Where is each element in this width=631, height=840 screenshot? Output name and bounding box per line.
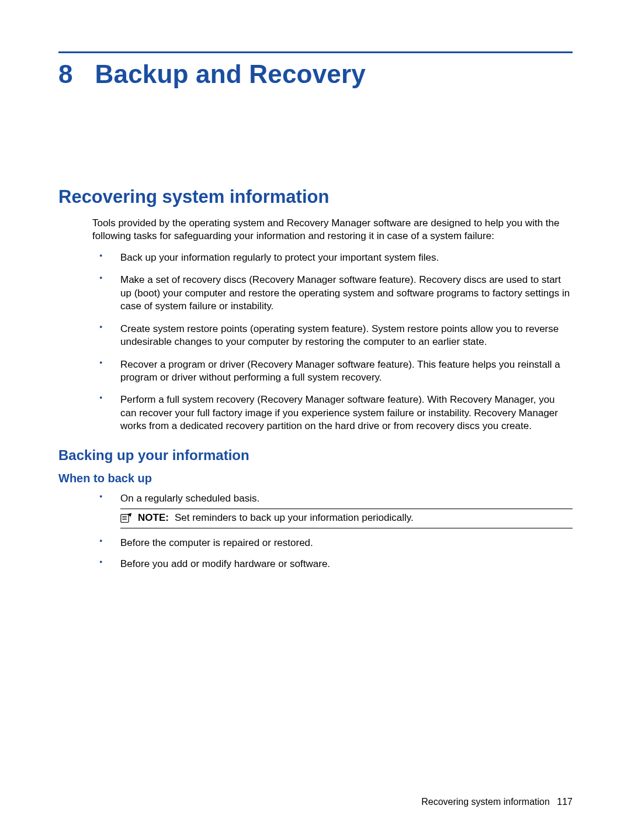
list-item: Before the computer is repaired or resto… bbox=[92, 537, 573, 549]
list-item-text: On a regularly scheduled basis. bbox=[120, 493, 259, 504]
note-box: NOTE: Set reminders to back up your info… bbox=[120, 509, 573, 528]
footer-section-title: Recovering system information bbox=[421, 797, 550, 807]
document-page: 8 Backup and Recovery Recovering system … bbox=[0, 0, 631, 571]
section-heading-recovering: Recovering system information bbox=[58, 186, 573, 208]
list-item: Recover a program or driver (Recovery Ma… bbox=[92, 358, 573, 385]
top-rule bbox=[58, 51, 573, 53]
task-list: Back up your information regularly to pr… bbox=[92, 251, 573, 433]
page-number: 117 bbox=[557, 797, 573, 807]
list-item: Create system restore points (operating … bbox=[92, 323, 573, 349]
when-list: On a regularly scheduled basis. NOTE: Se… bbox=[92, 492, 573, 571]
chapter-number: 8 bbox=[58, 61, 72, 87]
note-text: Set reminders to back up your informatio… bbox=[175, 511, 414, 524]
list-item: On a regularly scheduled basis. NOTE: Se… bbox=[92, 492, 573, 528]
section-heading-backing-up: Backing up your information bbox=[58, 447, 573, 464]
chapter-header: 8 Backup and Recovery bbox=[58, 61, 573, 87]
chapter-title: Backup and Recovery bbox=[95, 61, 366, 87]
note-label: NOTE: bbox=[138, 511, 169, 524]
subsection-heading-when: When to back up bbox=[58, 472, 573, 485]
page-footer: Recovering system information 117 bbox=[421, 797, 573, 807]
list-item: Back up your information regularly to pr… bbox=[92, 251, 573, 264]
list-item: Make a set of recovery discs (Recovery M… bbox=[92, 274, 573, 313]
svg-rect-0 bbox=[121, 515, 129, 523]
list-item: Before you add or modify hardware or sof… bbox=[92, 558, 573, 571]
note-icon bbox=[120, 513, 132, 523]
intro-paragraph: Tools provided by the operating system a… bbox=[92, 217, 573, 243]
list-item: Perform a full system recovery (Recovery… bbox=[92, 393, 573, 433]
